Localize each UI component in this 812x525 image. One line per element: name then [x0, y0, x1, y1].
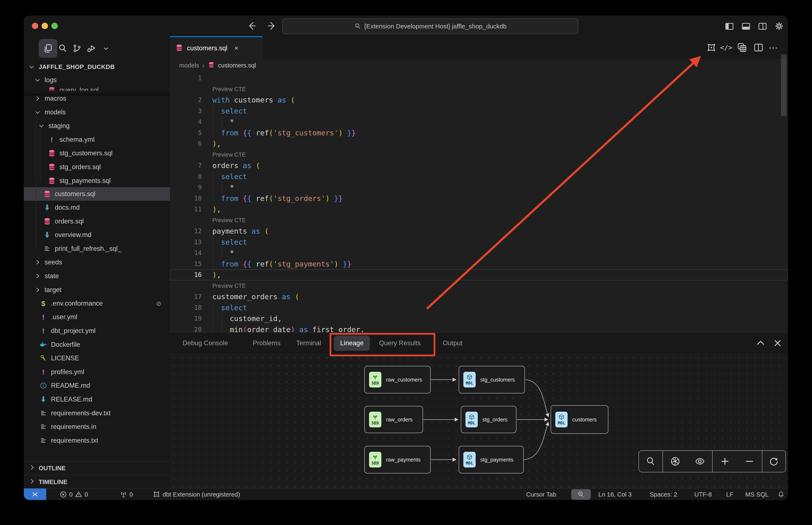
- panel-tab-problems[interactable]: Problems: [253, 332, 281, 354]
- tree-item-license[interactable]: LICENSE: [24, 351, 170, 365]
- lineage-node-raw_customers[interactable]: SEDraw_customers: [364, 366, 431, 393]
- lineage-node-raw_orders[interactable]: SEDraw_orders: [364, 406, 423, 433]
- tree-item-dbt-project-yml[interactable]: !dbt_project.yml: [24, 324, 170, 338]
- breadcrumb[interactable]: models › customers.sql: [170, 59, 788, 72]
- activity-bar-explorer-icon[interactable]: [39, 39, 57, 58]
- title-bar: [Extension Development Host] jaffle_shop…: [24, 16, 788, 36]
- code-viewport[interactable]: 1Preview CTE2with customers as (3 select…: [170, 72, 788, 332]
- remote-indicator[interactable]: [24, 489, 46, 500]
- lineage-canvas[interactable]: SEDraw_customersMDLstg_customersSEDraw_o…: [170, 354, 788, 489]
- lineage-node-stg_customers[interactable]: MDLstg_customers: [459, 366, 525, 393]
- activity-bar-more-views-icon[interactable]: [99, 39, 113, 58]
- panel-tab-debug-console[interactable]: Debug Console: [182, 332, 228, 354]
- cursor-tab-status[interactable]: Cursor Tab: [526, 489, 556, 500]
- encoding-status[interactable]: UTF-8: [694, 489, 712, 500]
- tree-item-requirements-in[interactable]: requirements.in: [24, 420, 170, 434]
- lineage-node-stg_payments[interactable]: MDLstg_payments: [459, 446, 523, 474]
- toggle-sidebar-icon[interactable]: [724, 21, 734, 31]
- line-col-status[interactable]: Ln 16, Col 3: [599, 489, 632, 500]
- split-layout-icon[interactable]: [758, 21, 767, 31]
- lineage-search-segment[interactable]: [639, 451, 663, 472]
- activity-bar-run-and-debug-icon[interactable]: [85, 39, 98, 58]
- code-line-content: *: [212, 247, 788, 258]
- eol-status[interactable]: LF: [726, 489, 734, 500]
- lineage-node-raw_payments[interactable]: SEDraw_payments: [364, 446, 431, 474]
- split-editor-icon[interactable]: [753, 42, 764, 53]
- tree-item-staging[interactable]: staging: [24, 119, 170, 133]
- maximize-panel-icon[interactable]: [755, 338, 766, 349]
- codelens-preview-cte[interactable]: Preview CTE: [212, 215, 246, 226]
- tree-item-stg-orders-sql[interactable]: stg_orders.sql: [24, 160, 170, 174]
- tree-item-requirements-txt[interactable]: requirements.txt: [24, 434, 170, 447]
- sidebar-section-outline[interactable]: OUTLINE: [24, 461, 170, 475]
- codelens-preview-cte[interactable]: Preview CTE: [212, 149, 246, 160]
- tree-item-dockerfile[interactable]: Dockerfile: [24, 338, 170, 351]
- tree-item-label: docs.md: [55, 204, 79, 211]
- tree-item-models[interactable]: models: [24, 105, 170, 119]
- panel-tab-output[interactable]: Output: [443, 332, 462, 354]
- nav-back-icon[interactable]: [246, 20, 257, 31]
- aperture-icon[interactable]: [670, 456, 680, 466]
- codelens-preview-cte[interactable]: Preview CTE: [212, 280, 246, 291]
- tree-item-schema-yml[interactable]: !schema.yml: [24, 133, 170, 147]
- tree-item-stg-customers-sql[interactable]: stg_customers.sql: [24, 147, 170, 160]
- toggle-panel-icon[interactable]: [741, 21, 751, 31]
- tree-item-orders-sql[interactable]: orders.sql: [24, 214, 170, 228]
- tree-item--user-yml[interactable]: !.user.yml: [24, 310, 170, 324]
- compiled-code-icon[interactable]: </>: [721, 42, 732, 53]
- command-center-search[interactable]: [Extension Development Host] jaffle_shop…: [282, 18, 578, 34]
- refresh-icon[interactable]: [769, 456, 779, 466]
- nav-forward-icon[interactable]: [266, 20, 277, 31]
- tree-item-print-full-refresh-sql-[interactable]: print_full_refresh._sql_: [24, 242, 170, 255]
- line-number: 17: [170, 291, 202, 302]
- dbt-logo-icon[interactable]: [706, 42, 717, 53]
- problems-status[interactable]: 0 0: [59, 489, 88, 500]
- search-icon[interactable]: [646, 456, 656, 466]
- notifications-status[interactable]: [777, 489, 785, 500]
- lineage-node-customers[interactable]: MDLcustomers: [551, 405, 608, 434]
- tree-item-state[interactable]: state: [24, 269, 170, 283]
- zoom-out-icon[interactable]: [744, 456, 755, 466]
- tree-item-readme-md[interactable]: README.md: [24, 379, 170, 392]
- lineage-refresh-segment[interactable]: [762, 451, 785, 472]
- traffic-light-close-button[interactable]: [32, 23, 38, 29]
- tree-item-docs-md[interactable]: docs.md: [24, 201, 170, 214]
- sidebar-section-timeline[interactable]: TIMELINE: [24, 475, 170, 489]
- more-actions-icon[interactable]: ⋯: [768, 42, 779, 53]
- query-results-table-icon[interactable]: [736, 42, 748, 53]
- zoom-status[interactable]: [571, 489, 591, 500]
- codelens-row: Preview CTE: [170, 149, 788, 160]
- model-badge: MDL: [466, 412, 478, 427]
- traffic-light-zoom-button[interactable]: [51, 23, 58, 29]
- panel-tab-terminal[interactable]: Terminal: [296, 332, 321, 354]
- tab-customers-sql[interactable]: customers.sql ×: [170, 36, 263, 59]
- tree-item-customers-sql[interactable]: customers.sql: [24, 187, 170, 201]
- traffic-light-minimize-button[interactable]: [42, 23, 48, 29]
- tree-item-profiles-yml[interactable]: !profiles.yml: [24, 365, 170, 379]
- lineage-node-stg_orders[interactable]: MDLstg_orders: [461, 406, 516, 433]
- activity-bar-search-icon[interactable]: [56, 39, 69, 58]
- tree-item-stg-payments-sql[interactable]: stg_payments.sql: [24, 174, 170, 188]
- close-panel-icon[interactable]: [772, 338, 783, 349]
- tree-item-release-md[interactable]: RELEASE.md: [24, 393, 170, 406]
- codelens-preview-cte[interactable]: Preview CTE: [212, 84, 246, 95]
- dbt-extension-status[interactable]: dbt Extension (unregistered): [153, 489, 240, 500]
- tree-item--env-conformance[interactable]: $.env.conformance⊘: [24, 297, 170, 310]
- ports-status[interactable]: 0: [120, 489, 133, 500]
- zoom-in-icon[interactable]: [720, 456, 730, 466]
- tree-item-target[interactable]: target: [24, 283, 170, 297]
- breadcrumb-file[interactable]: customers.sql: [218, 62, 256, 69]
- explorer-root-header[interactable]: JAFFLE_SHOP_DUCKDB: [24, 60, 170, 74]
- activity-bar-source-control-icon[interactable]: [71, 39, 84, 58]
- breadcrumb-folder[interactable]: models: [179, 62, 199, 69]
- tree-item-requirements-dev-txt[interactable]: requirements-dev.txt: [24, 406, 170, 420]
- tree-item-overview-md[interactable]: overview.md: [24, 228, 170, 242]
- chevron-right-icon: [34, 272, 41, 280]
- editor-scrollbar[interactable]: [781, 54, 786, 116]
- indentation-status[interactable]: Spaces: 2: [650, 489, 677, 500]
- eye-icon[interactable]: [695, 456, 705, 466]
- tab-close-icon[interactable]: ×: [234, 44, 238, 52]
- language-mode-status[interactable]: MS SQL: [745, 489, 769, 500]
- settings-gear-icon[interactable]: [774, 21, 784, 31]
- tree-item-seeds[interactable]: seeds: [24, 255, 170, 269]
